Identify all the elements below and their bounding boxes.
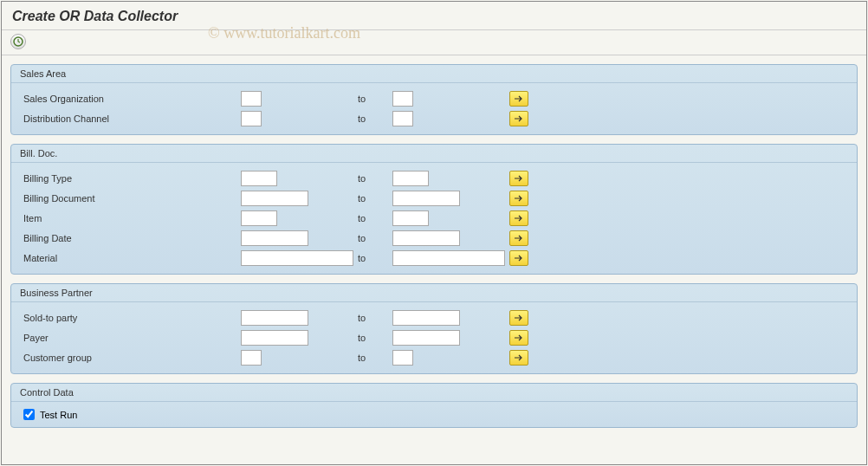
input-sales-org-from[interactable] [241, 91, 262, 107]
row-test-run: Test Run [20, 407, 848, 422]
input-billing-type-to[interactable] [392, 171, 429, 186]
row-billing-date: Billing Date to [20, 229, 848, 248]
to-label: to [358, 113, 392, 124]
label-billing-type: Billing Type [20, 173, 241, 184]
group-control-data: Control Data Test Run [10, 383, 858, 428]
row-customer-group: Customer group to [20, 348, 848, 367]
to-label: to [358, 353, 392, 363]
input-material-to[interactable] [392, 250, 505, 266]
multi-select-dist-channel[interactable] [509, 111, 528, 126]
row-billing-type: Billing Type to [20, 169, 848, 188]
input-billing-document-to[interactable] [392, 191, 460, 206]
input-sold-to-to[interactable] [392, 310, 460, 326]
label-test-run: Test Run [40, 410, 77, 420]
label-material: Material [20, 253, 241, 263]
to-label: to [358, 253, 392, 263]
to-label: to [358, 94, 392, 104]
checkbox-test-run[interactable] [23, 409, 35, 420]
row-dist-channel: Distribution Channel to [20, 109, 848, 128]
input-customer-group-from[interactable] [241, 350, 262, 366]
input-billing-document-from[interactable] [241, 191, 308, 206]
to-label: to [358, 173, 392, 184]
group-business-partner: Business Partner Sold-to party to Payer … [10, 283, 858, 374]
label-payer: Payer [20, 333, 241, 343]
label-dist-channel: Distribution Channel [20, 113, 241, 124]
group-title-bill-doc: Bill. Doc. [11, 145, 857, 163]
multi-select-billing-document[interactable] [509, 191, 528, 206]
input-payer-from[interactable] [241, 330, 308, 346]
input-dist-channel-to[interactable] [392, 111, 413, 126]
page-title: Create OR Data Collector [12, 9, 856, 24]
group-title-sales-area: Sales Area [11, 65, 857, 83]
multi-select-item[interactable] [509, 210, 528, 226]
label-billing-date: Billing Date [20, 233, 241, 243]
group-title-business-partner: Business Partner [11, 284, 857, 302]
execute-button[interactable] [10, 34, 26, 49]
to-label: to [358, 333, 392, 343]
multi-select-payer[interactable] [509, 330, 528, 346]
multi-select-material[interactable] [509, 250, 528, 266]
toolbar [2, 30, 866, 55]
row-sales-org: Sales Organization to [20, 89, 848, 108]
page-header: Create OR Data Collector [2, 2, 866, 30]
group-title-control-data: Control Data [11, 384, 857, 402]
label-item: Item [20, 213, 241, 223]
row-material: Material to [20, 249, 848, 268]
multi-select-sold-to[interactable] [509, 310, 528, 326]
input-item-from[interactable] [241, 210, 277, 226]
group-bill-doc: Bill. Doc. Billing Type to Billing Docum… [10, 144, 858, 275]
multi-select-customer-group[interactable] [509, 350, 528, 366]
content-area: Sales Area Sales Organization to Distrib… [2, 55, 866, 445]
input-billing-date-from[interactable] [241, 230, 308, 246]
row-payer: Payer to [20, 328, 848, 347]
multi-select-sales-org[interactable] [509, 91, 528, 107]
input-payer-to[interactable] [392, 330, 460, 346]
input-item-to[interactable] [392, 210, 429, 226]
to-label: to [358, 233, 392, 243]
input-material-from[interactable] [241, 250, 353, 266]
row-billing-document: Billing Document to [20, 189, 848, 208]
multi-select-billing-type[interactable] [509, 171, 528, 186]
input-dist-channel-from[interactable] [241, 111, 262, 126]
row-item: Item to [20, 209, 848, 228]
input-customer-group-to[interactable] [392, 350, 413, 366]
input-sold-to-from[interactable] [241, 310, 308, 326]
input-sales-org-to[interactable] [392, 91, 413, 107]
label-customer-group: Customer group [20, 353, 241, 363]
to-label: to [358, 313, 392, 323]
multi-select-billing-date[interactable] [509, 230, 528, 246]
group-sales-area: Sales Area Sales Organization to Distrib… [10, 64, 858, 135]
row-sold-to: Sold-to party to [20, 308, 848, 327]
input-billing-type-from[interactable] [241, 171, 277, 186]
label-sold-to: Sold-to party [20, 313, 241, 323]
to-label: to [358, 213, 392, 223]
label-billing-document: Billing Document [20, 193, 241, 204]
input-billing-date-to[interactable] [392, 230, 460, 246]
label-sales-org: Sales Organization [20, 94, 241, 104]
to-label: to [358, 193, 392, 204]
